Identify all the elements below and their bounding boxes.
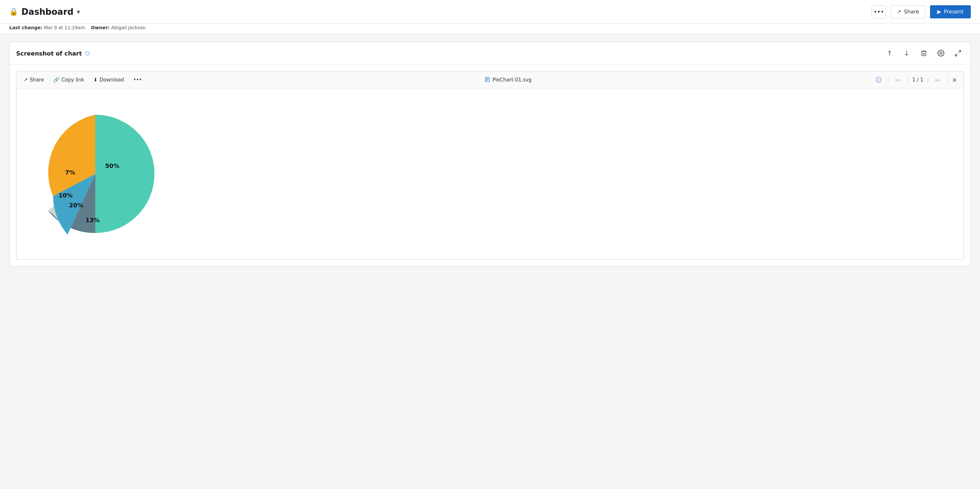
file-toolbar-left: ↗ Share 🔗 Copy link ⬇ Download •••	[23, 76, 143, 84]
link-icon: 🔗	[53, 77, 59, 83]
segment-50	[95, 115, 154, 233]
more-toolbar-button[interactable]: •••	[132, 76, 143, 84]
file-name: PieChart-01.svg	[493, 77, 532, 83]
file-name-center: PieChart-01.svg	[143, 77, 873, 83]
svg-point-0	[940, 52, 942, 54]
expand-button[interactable]	[952, 47, 964, 59]
download-icon: ⬇	[93, 77, 98, 83]
toolbar-share-button[interactable]: ↗ Share	[23, 76, 45, 84]
last-page-button[interactable]: ⏭	[933, 75, 943, 85]
svg-line-2	[955, 54, 957, 56]
download-label: Download	[100, 77, 124, 83]
separator-1: |	[887, 77, 889, 83]
delete-button[interactable]	[918, 47, 930, 59]
separator-2: |	[906, 77, 909, 83]
header-left: 🔒 Dashboard ▾	[9, 7, 80, 17]
page-indicator: 1 / 1	[912, 77, 923, 83]
close-viewer-button[interactable]: ✕	[952, 76, 957, 83]
copy-link-button[interactable]: 🔗 Copy link	[52, 76, 85, 84]
file-toolbar: ↗ Share 🔗 Copy link ⬇ Download •••	[16, 72, 964, 88]
file-viewer: ↗ Share 🔗 Copy link ⬇ Download •••	[16, 71, 964, 260]
info-button[interactable]: ⓘ	[873, 75, 883, 85]
move-down-button[interactable]: ↓	[901, 47, 913, 59]
page-total: 1	[920, 77, 923, 83]
owner-label: Owner:	[91, 25, 110, 30]
chart-panel-header: Screenshot of chart ⬡ ↑ ↓	[10, 42, 970, 65]
chart-panel: Screenshot of chart ⬡ ↑ ↓	[9, 42, 971, 266]
share-toolbar-icon: ↗	[24, 77, 28, 83]
toolbar-share-label: Share	[30, 77, 44, 83]
pie-chart-svg	[30, 105, 161, 243]
separator-3: |	[926, 77, 929, 83]
present-button[interactable]: ▶ Present	[930, 5, 971, 18]
file-type-icon	[485, 77, 490, 83]
copy-link-label: Copy link	[62, 77, 84, 83]
play-icon: ▶	[937, 8, 941, 15]
chevron-down-icon[interactable]: ▾	[77, 8, 80, 16]
file-toolbar-right: ⓘ | ⏮ | 1 / 1 | ⏭ | ✕	[873, 75, 957, 85]
page-current: 1	[912, 77, 916, 83]
top-header: 🔒 Dashboard ▾ ••• ↗ Share ▶ Present	[0, 0, 980, 24]
last-change-label: Last change:	[9, 25, 42, 30]
lock-icon: 🔒	[9, 8, 18, 16]
chart-panel-title: Screenshot of chart ⬡	[16, 50, 90, 57]
share-button[interactable]: ↗ Share	[891, 5, 926, 18]
external-link-icon[interactable]: ⬡	[85, 50, 90, 57]
chart-panel-title-text: Screenshot of chart	[16, 50, 82, 57]
share-icon: ↗	[897, 8, 901, 15]
first-page-button[interactable]: ⏮	[893, 75, 903, 85]
more-button[interactable]: •••	[872, 5, 886, 18]
dashboard-title: Dashboard	[21, 7, 74, 17]
pie-chart-container: 50% 20% 13% 10% 7%	[16, 88, 964, 259]
separator-4: |	[946, 77, 949, 83]
present-label: Present	[944, 8, 964, 15]
svg-line-1	[959, 51, 961, 53]
owner-value: Abigail Jackson	[111, 25, 146, 30]
download-button[interactable]: ⬇ Download	[93, 76, 124, 84]
pie-chart-wrapper: 50% 20% 13% 10% 7%	[30, 105, 161, 243]
settings-button[interactable]	[935, 47, 947, 59]
main-content: Screenshot of chart ⬡ ↑ ↓	[0, 34, 980, 274]
header-right: ••• ↗ Share ▶ Present	[872, 5, 971, 18]
move-up-button[interactable]: ↑	[884, 47, 896, 59]
share-label: Share	[904, 8, 919, 15]
subtitle-bar: Last change: Mar 9 at 11:29am Owner: Abi…	[0, 24, 980, 34]
last-change-value: Mar 9 at 11:29am	[44, 25, 85, 30]
chart-panel-actions: ↑ ↓	[884, 47, 964, 59]
more-toolbar-icon: •••	[133, 77, 142, 83]
